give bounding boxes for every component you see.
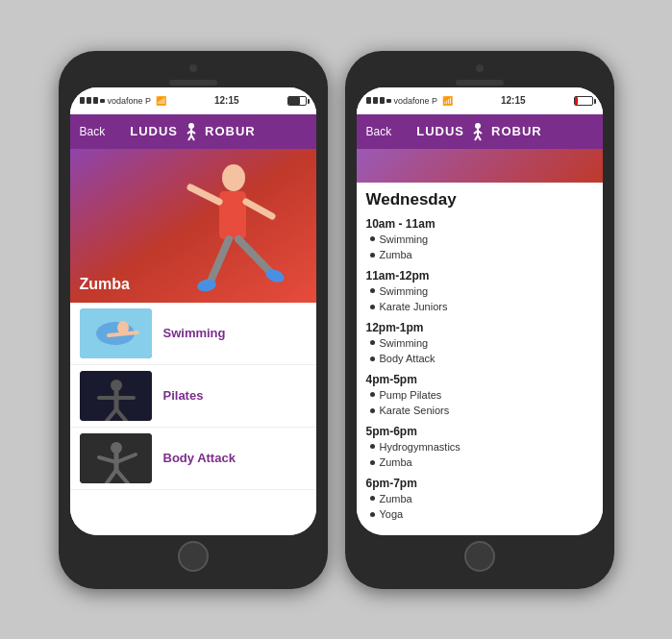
- time-label-3: 4pm-5pm: [366, 373, 593, 386]
- svg-line-5: [191, 135, 194, 140]
- schedule-banner: [357, 149, 603, 183]
- activity-4-0: Hydrogymnastics: [370, 439, 593, 455]
- schedule-body[interactable]: Wednesday 10am - 11am Swimming Zumba: [357, 183, 603, 535]
- time-block-4: 5pm-6pm Hydrogymnastics Zumba: [357, 421, 603, 473]
- back-button-2[interactable]: Back: [366, 125, 392, 138]
- time-block-3: 4pm-5pm Pump Pilates Karate Seniors: [357, 369, 603, 421]
- logo-2: LUDUS ROBUR: [416, 121, 541, 142]
- svg-point-7: [222, 164, 245, 191]
- signal-area-2: vodafone P 📶: [366, 96, 454, 106]
- bullet-3-1: [370, 408, 375, 413]
- phone-1-screen: vodafone P 📶 12:15 Back LUDUS: [70, 87, 316, 535]
- battery-fill: [288, 97, 301, 105]
- activities-2: Swimming Body Attack: [366, 335, 593, 367]
- class-name-swimming: Swimming: [163, 326, 226, 340]
- activity-2-1: Body Attack: [370, 351, 593, 367]
- phones-container: vodafone P 📶 12:15 Back LUDUS: [39, 32, 634, 608]
- bodyattack-image: [80, 433, 152, 483]
- time-label-0: 10am - 11am: [366, 217, 593, 231]
- front-camera-2: [476, 64, 484, 72]
- speaker: [169, 80, 217, 86]
- back-button-1[interactable]: Back: [80, 125, 106, 138]
- pilates-image: [80, 371, 152, 421]
- signal-dot-2: [87, 97, 91, 104]
- signal-dot-2-3: [380, 97, 385, 104]
- time-block-0: 10am - 11am Swimming Zumba: [357, 213, 603, 265]
- wifi-icon: 📶: [156, 96, 166, 106]
- signal-dot-2-4: [386, 99, 391, 103]
- class-item-swimming[interactable]: Swimming: [70, 303, 316, 365]
- class-item-pilates[interactable]: Pilates: [70, 365, 316, 428]
- bullet-5-1: [370, 512, 375, 517]
- signal-dot-4: [100, 99, 105, 103]
- activity-4-1: Zumba: [370, 455, 593, 471]
- swimming-image: [80, 308, 152, 358]
- bullet-3-0: [370, 392, 375, 397]
- carrier-label: vodafone P: [108, 96, 152, 106]
- class-name-pilates: Pilates: [163, 388, 204, 403]
- signal-dot-2-2: [373, 97, 378, 104]
- swimming-thumbnail: [80, 308, 152, 358]
- activities-0: Swimming Zumba: [366, 232, 593, 263]
- logo-text-right-1: ROBUR: [205, 124, 256, 138]
- logo-text-right-2: ROBUR: [491, 124, 542, 138]
- home-button-1[interactable]: [178, 541, 209, 572]
- clock: 12:15: [214, 95, 239, 106]
- app-header-2: Back LUDUS ROBUR: [357, 114, 603, 149]
- svg-line-37: [478, 135, 481, 140]
- activity-1-1: Karate Juniors: [370, 299, 593, 315]
- logo-1: LUDUS ROBUR: [130, 121, 255, 142]
- battery-area: [287, 91, 307, 111]
- class-name-bodyattack: Body Attack: [163, 451, 236, 465]
- battery-icon-2: [574, 96, 593, 106]
- logo-text-left-2: LUDUS: [416, 124, 464, 138]
- class-list[interactable]: Swimming Pilates: [70, 303, 316, 535]
- time-label-5: 6pm-7pm: [366, 477, 593, 490]
- time-block-2: 12pm-1pm Swimming Body Attack: [357, 317, 603, 369]
- activity-2-0: Swimming: [370, 335, 593, 352]
- pilates-thumbnail: [80, 371, 152, 421]
- wifi-icon-2: 📶: [442, 96, 453, 106]
- signal-dot-2-1: [366, 97, 371, 104]
- activity-5-1: Yoga: [370, 506, 593, 523]
- activity-5-0: Zumba: [370, 491, 593, 507]
- carrier-label-2: vodafone P: [394, 96, 438, 106]
- activities-4: Hydrogymnastics Zumba: [366, 439, 593, 471]
- front-camera: [189, 64, 197, 72]
- activities-1: Swimming Karate Juniors: [366, 283, 593, 315]
- time-label-4: 5pm-6pm: [366, 425, 593, 438]
- svg-rect-8: [219, 191, 246, 239]
- time-label-1: 11am-12pm: [366, 269, 593, 283]
- logo-icon-1: [181, 121, 202, 142]
- bullet-4-0: [370, 444, 375, 449]
- time-block-1: 11am-12pm Swimming Karate Juniors: [357, 265, 603, 317]
- phone-1: vodafone P 📶 12:15 Back LUDUS: [59, 51, 328, 589]
- logo-icon-2: [467, 121, 488, 142]
- bullet-1-0: [370, 288, 375, 293]
- signal-dots-2: [366, 97, 391, 104]
- activity-0-1: Zumba: [370, 247, 593, 263]
- signal-area: vodafone P 📶: [80, 96, 167, 106]
- hero-label: Zumba: [80, 276, 130, 293]
- activity-0-0: Swimming: [370, 232, 593, 248]
- activities-3: Pump Pilates Karate Seniors: [366, 387, 593, 419]
- class-item-bodyattack[interactable]: Body Attack: [70, 428, 316, 490]
- bodyattack-thumbnail: [80, 433, 152, 483]
- svg-point-32: [475, 123, 481, 129]
- phone-2: vodafone P 📶 12:15 Back LUDUS: [345, 51, 614, 589]
- status-bar-1: vodafone P 📶 12:15: [70, 87, 316, 114]
- home-button-2[interactable]: [464, 541, 495, 572]
- bullet-4-1: [370, 460, 375, 465]
- app-header-1: Back LUDUS ROBUR: [70, 114, 316, 149]
- time-block-5: 6pm-7pm Zumba Yoga: [357, 473, 603, 525]
- signal-dots: [80, 97, 105, 104]
- signal-dot-3: [93, 97, 98, 104]
- phone-2-screen: vodafone P 📶 12:15 Back LUDUS: [357, 87, 603, 535]
- day-header: Wednesday: [357, 183, 603, 213]
- bullet-5-0: [370, 496, 375, 501]
- bullet-2-1: [370, 356, 375, 361]
- clock-2: 12:15: [501, 95, 526, 106]
- battery-area-2: [574, 91, 593, 111]
- battery-fill-2: [575, 97, 579, 105]
- bullet-1-1: [370, 305, 375, 309]
